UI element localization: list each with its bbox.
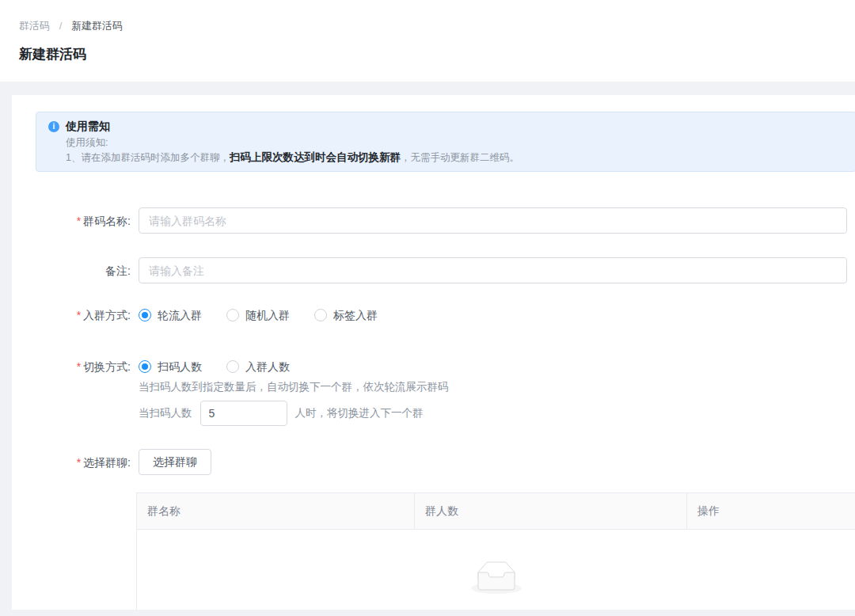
switch-mode-radio-group: 扫码人数 入群人数 (139, 359, 449, 375)
notice-line-2-prefix: 1、请在添加群活码时添加多个群聊， (66, 152, 230, 163)
required-marker: * (77, 215, 81, 227)
radio-circle-icon (139, 360, 151, 373)
radio-circle-icon (314, 309, 327, 321)
radio-round-robin-join[interactable]: 轮流入群 (139, 307, 202, 323)
code-name-input[interactable] (139, 207, 847, 234)
breadcrumb: 群活码 / 新建群活码 (19, 19, 855, 33)
empty-box-icon (471, 561, 522, 594)
required-marker: * (77, 456, 81, 469)
switch-mode-label: *切换方式: (36, 359, 139, 375)
column-header-actions: 操作 (687, 493, 855, 529)
column-header-group-name: 群名称 (137, 493, 415, 529)
radio-circle-icon (139, 309, 151, 321)
notice-line-2-suffix: ，无需手动更新群二维码。 (401, 152, 519, 163)
form-row-group-select: *选择群聊: 选择群聊 (36, 449, 847, 475)
breadcrumb-item-group-codes[interactable]: 群活码 (19, 20, 50, 32)
breadcrumb-separator: / (59, 20, 63, 32)
radio-circle-icon (226, 360, 239, 373)
form-row-switch-mode: *切换方式: 扫码人数 入群人数 当扫码人数到指定数量后，自动切换下一个群，依次… (36, 359, 847, 426)
join-mode-radio-group: 轮流入群 随机入群 标签入群 (139, 307, 402, 323)
radio-scan-count[interactable]: 扫码人数 (139, 359, 202, 375)
breadcrumb-item-current: 新建群活码 (71, 20, 123, 32)
usage-notice-alert: i 使用需知 使用须知: 1、请在添加群活码时添加多个群聊，扫码上限次数达到时会… (36, 112, 855, 172)
scan-count-input[interactable] (200, 401, 287, 426)
radio-join-count[interactable]: 入群人数 (226, 359, 290, 375)
radio-random-join[interactable]: 随机入群 (226, 307, 290, 323)
select-group-chat-button[interactable]: 选择群聊 (139, 449, 211, 475)
required-marker: * (77, 360, 81, 373)
threshold-suffix: 人时，将切换进入下一个群 (295, 406, 424, 420)
remark-input[interactable] (139, 257, 847, 283)
group-select-label: *选择群聊: (36, 454, 139, 470)
notice-line-1: 使用须知: (66, 136, 843, 149)
notice-title: 使用需知 (66, 119, 110, 134)
notice-line-2-bold: 扫码上限次数达到时会自动切换新群 (230, 151, 401, 163)
notice-line-2: 1、请在添加群活码时添加多个群聊，扫码上限次数达到时会自动切换新群，无需手动更新… (66, 151, 843, 164)
info-icon: i (48, 121, 59, 132)
group-table-empty-state (137, 530, 855, 610)
form-row-code-name: *群码名称: (36, 207, 847, 234)
group-table: 群名称 群人数 操作 (136, 492, 855, 610)
threshold-line: 当扫码人数 人时，将切换进入下一个群 (139, 401, 449, 426)
switch-mode-hint: 当扫码人数到指定数量后，自动切换下一个群，依次轮流展示群码 (139, 380, 449, 394)
page-header: 群活码 / 新建群活码 新建群活码 (0, 0, 855, 82)
form-row-remark: 备注: (36, 257, 847, 283)
group-table-header: 群名称 群人数 操作 (137, 493, 855, 530)
threshold-prefix: 当扫码人数 (139, 406, 192, 420)
code-name-label: *群码名称: (36, 213, 139, 229)
remark-label: 备注: (36, 263, 139, 279)
radio-circle-icon (226, 309, 239, 321)
join-mode-label: *入群方式: (36, 307, 139, 323)
form-row-join-mode: *入群方式: 轮流入群 随机入群 标签入群 (36, 307, 847, 323)
form-card: i 使用需知 使用须知: 1、请在添加群活码时添加多个群聊，扫码上限次数达到时会… (12, 95, 855, 610)
page-title: 新建群活码 (19, 45, 855, 63)
required-marker: * (77, 309, 81, 321)
column-header-member-count: 群人数 (415, 493, 687, 529)
radio-tag-join[interactable]: 标签入群 (314, 307, 378, 323)
